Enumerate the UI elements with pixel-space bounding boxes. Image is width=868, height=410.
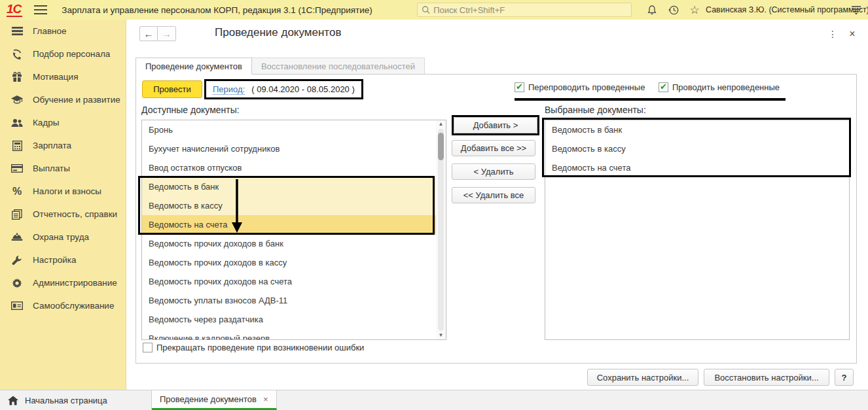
list-item[interactable]: Ведомость на счета [545, 158, 849, 177]
list-item[interactable]: Ведомость в кассу [142, 196, 436, 215]
sidebar-item-label: Администрирование [33, 278, 117, 288]
add-all-button[interactable]: Добавить все >> [452, 140, 535, 156]
sidebar-item-label: Обучение и развитие [33, 95, 120, 105]
app-window: 1С Зарплата и управление персоналом КОРП… [0, 0, 868, 410]
phone-icon [9, 48, 25, 61]
more-menu-icon[interactable]: ⋮ [826, 27, 839, 41]
gift-icon [9, 71, 25, 84]
tab-provedenie-dokumentov[interactable]: Проведение документов [136, 58, 252, 75]
app-title: Зарплата и управление персоналом КОРП, р… [62, 5, 372, 15]
list-item[interactable]: Ведомость прочих доходов в кассу [142, 253, 436, 272]
sidebar-item-podbor-personala[interactable]: Подбор персонала [0, 43, 126, 65]
window-tab-provedenie-dokumentov[interactable]: Проведение документов × [152, 390, 277, 410]
favorites-star-icon[interactable]: ☆ [687, 3, 702, 17]
list-item[interactable]: Ведомость уплаты взносов АДВ-11 [142, 291, 436, 310]
check-icon: ✔ [660, 82, 667, 91]
list-item[interactable]: Ведомость прочих доходов в банк [142, 234, 436, 253]
sidebar-item-nalogi[interactable]: % Налоги и взносы [0, 180, 126, 203]
sidebar-item-nastroika[interactable]: Настройка [0, 248, 126, 271]
checkbox-label: Прекращать проведение при возникновении … [156, 343, 364, 352]
sidebar-item-label: Мотивация [33, 72, 78, 82]
sidebar-item-label: Самообслуживание [33, 301, 114, 311]
selected-documents-list: Ведомость в банк Ведомость в кассу Ведом… [545, 120, 850, 340]
main-area: ← → Проведение документов ⋮ × Проведение… [127, 20, 868, 390]
scroll-up-icon[interactable]: ▲ [439, 120, 444, 128]
checkbox-post-unposted[interactable]: ✔ Проводить непроведенные [659, 82, 780, 92]
sidebar-item-label: Выплаты [33, 163, 70, 173]
main-menu-icon[interactable] [34, 5, 47, 14]
open-windows-bar: Начальная страница Проведение документов… [0, 390, 868, 410]
helmet-icon [9, 231, 25, 244]
sidebar-item-label: Зарплата [33, 141, 71, 150]
home-page-tab[interactable]: Начальная страница [0, 390, 152, 410]
scrollbar-thumb[interactable] [438, 133, 444, 160]
checkbox-stop-on-error[interactable]: Прекращать проведение при возникновении … [143, 343, 364, 352]
home-tab-label: Начальная страница [25, 396, 107, 405]
global-search[interactable] [417, 3, 632, 17]
sidebar-item-zarplata[interactable]: Зарплата [0, 134, 126, 157]
search-icon [422, 5, 430, 14]
sidebar-item-glavnoe[interactable]: Главное [0, 20, 126, 43]
list-item[interactable]: Бронь [142, 120, 436, 139]
scroll-down-icon[interactable]: ▼ [439, 332, 444, 339]
menu-lines-icon [9, 25, 25, 38]
gear-icon [9, 277, 25, 290]
list-item[interactable]: Включение в кадровый резерв [142, 329, 436, 340]
close-tab-icon[interactable]: × [263, 394, 268, 404]
sidebar-item-obuchenie[interactable]: Обучение и развитие [0, 88, 126, 111]
current-user[interactable]: Савинская З.Ю. (Системный программист) [706, 0, 868, 20]
annotation-period-box: Период: ( 09.04.2020 - 08.05.2020 ) [204, 79, 363, 99]
checkbox-box[interactable]: ✔ [659, 82, 668, 92]
period-link[interactable]: Период: [213, 84, 245, 95]
search-input[interactable] [433, 5, 627, 15]
sidebar-item-label: Налоги и взносы [33, 186, 101, 196]
sidebar-item-kadry[interactable]: Кадры [0, 111, 126, 134]
sidebar-item-label: Отчетность, справки [33, 209, 117, 219]
checkbox-repost-posted[interactable]: ✔ Перепроводить проведенные [515, 82, 645, 92]
forward-button[interactable]: → [158, 26, 176, 41]
sidebar-item-label: Охрана труда [33, 232, 89, 242]
back-button[interactable]: ← [139, 26, 158, 41]
scrollbar-track[interactable] [438, 129, 444, 331]
add-button[interactable]: Добавить > [454, 117, 537, 133]
sidebar-item-ohrana-truda[interactable]: Охрана труда [0, 226, 126, 248]
wrench-icon [9, 254, 25, 267]
tab-vosstanovlenie-posledovatelnostei[interactable]: Восстановление последовательностей [252, 58, 425, 75]
sidebar-item-motivatsiya[interactable]: Мотивация [0, 65, 126, 88]
list-item[interactable]: Бухучет начислений сотрудников [142, 139, 436, 158]
checkbox-box[interactable] [143, 343, 153, 352]
scrollbar[interactable]: ▲ ▼ [436, 120, 446, 339]
list-item[interactable]: Ведомость прочих доходов на счета [142, 272, 436, 291]
sidebar-item-samoobsluzhivanie[interactable]: Самообслуживание [0, 294, 126, 317]
history-icon[interactable] [666, 3, 681, 17]
form-tabs: Проведение документов Восстановление пос… [136, 58, 425, 75]
list-item[interactable]: Ведомость в банк [545, 120, 849, 139]
list-item[interactable]: Ведомость через раздатчика [142, 310, 436, 329]
sidebar-item-administrirovanie[interactable]: Администрирование [0, 271, 126, 294]
sidebar-item-otchetnost[interactable]: Отчетность, справки [0, 203, 126, 226]
annotation-checkbox-underline [515, 98, 786, 101]
sidebar-item-label: Кадры [33, 118, 59, 128]
list-item[interactable]: Ведомость в кассу [545, 139, 849, 158]
restore-settings-button[interactable]: Восстановить настройки... [704, 369, 829, 386]
help-button[interactable]: ? [835, 369, 854, 386]
window-tab-label: Проведение документов [160, 394, 257, 404]
sidebar: Главное Подбор персонала Мотивация Обуче… [0, 20, 126, 390]
save-settings-button[interactable]: Сохранить настройки... [587, 369, 698, 386]
remove-all-button[interactable]: << Удалить все [452, 187, 535, 203]
list-item[interactable]: Ввод остатков отпусков [142, 158, 436, 177]
id-card-icon [9, 299, 25, 313]
post-button[interactable]: Провести [142, 80, 202, 98]
notifications-bell-icon[interactable] [644, 3, 660, 17]
checkbox-label: Перепроводить проведенные [528, 82, 645, 92]
sidebar-item-vyplaty[interactable]: Выплаты [0, 157, 126, 180]
list-item[interactable]: Ведомость в банк [142, 177, 436, 196]
checkbox-label: Проводить непроведенные [672, 82, 780, 92]
checkbox-box[interactable]: ✔ [515, 82, 524, 92]
list-item[interactable]: Ведомость на счета [142, 215, 436, 234]
remove-button[interactable]: < Удалить [452, 163, 535, 180]
close-form-icon[interactable]: × [846, 27, 859, 41]
service-menu-icon[interactable] [848, 3, 864, 17]
percent-icon: % [9, 185, 25, 198]
selected-documents-label: Выбранные документы: [545, 105, 646, 115]
